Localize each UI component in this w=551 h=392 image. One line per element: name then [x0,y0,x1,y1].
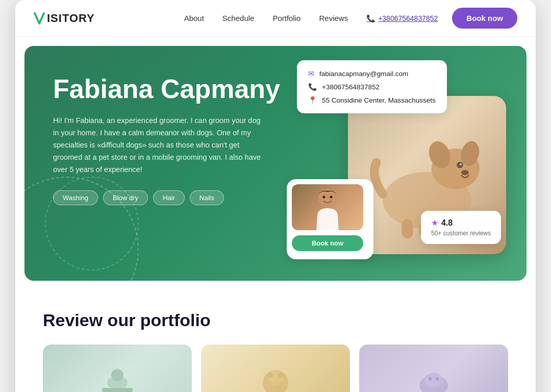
portfolio-grid [43,345,508,392]
groomer-photo [292,184,363,230]
portfolio-title: Review our portfolio [43,310,508,330]
rating-card: ★ 4.8 50+ customer reviews [421,211,501,244]
contact-phone-icon: 📞 [308,83,317,91]
portfolio-section: Review our portfolio [15,290,536,392]
hero-description: Hi! I'm Fabiana, an experienced groomer.… [53,115,267,176]
portfolio-thumb-2[interactable] [201,345,350,392]
contact-email: fabianacapmany@gmail.com [319,70,408,78]
svg-rect-7 [402,219,413,238]
browser-frame: ISITORY About Schedule Portfolio Reviews… [15,0,536,392]
svg-rect-14 [102,388,133,392]
thumb-1-illustration [97,362,138,392]
thumb-2-illustration [255,362,296,392]
hero-left: Fabiana Capmany Hi! I'm Fabiana, an expe… [53,75,298,205]
groomer-card: Book now [287,179,373,259]
nav-reviews[interactable]: Reviews [319,14,348,22]
tag-hair[interactable]: Hair [153,190,185,205]
logo-text: ISITORY [47,12,95,25]
svg-point-18 [268,370,283,385]
nav-phone-number: +38067564837852 [378,14,438,22]
rating-row: ★ 4.8 [431,218,491,228]
phone-icon: 📞 [366,14,375,22]
groomer-photo-person [312,187,343,228]
location-icon: 📍 [308,96,317,104]
thumb-inner-1 [43,345,192,392]
tag-washing[interactable]: Washing [53,190,98,205]
svg-point-12 [323,196,325,199]
rating-reviews: 50+ customer reviews [431,230,491,237]
contact-phone-row: 📞 +38067564837852 [308,83,436,91]
nav-book-button[interactable]: Book now [452,8,517,29]
star-icon: ★ [431,218,438,228]
logo-icon [34,11,45,26]
svg-point-24 [436,377,439,380]
nav-links: About Schedule Portfolio Reviews [184,14,348,23]
thumb-inner-3 [359,345,508,392]
service-tags: Washing Blow dry Hair Nails [53,190,298,205]
svg-point-22 [424,373,443,388]
email-icon: ✉ [308,69,314,78]
portfolio-thumb-1[interactable] [43,345,192,392]
contact-address: 55 Considine Center, Massachussets [322,96,436,104]
svg-point-16 [111,369,123,381]
hero-right: ✉ fabianacapmany@gmail.com 📞 +3806756483… [287,55,506,275]
tag-nails[interactable]: Nails [190,190,224,205]
tag-blowdry[interactable]: Blow dry [103,190,148,205]
contact-address-row: 📍 55 Considine Center, Massachussets [308,96,436,104]
svg-point-13 [330,196,333,199]
groomer-book-button[interactable]: Book now [292,235,363,251]
thumb-3-illustration [413,362,454,392]
thumb-inner-2 [201,345,350,392]
person-silhouette [312,187,343,230]
svg-point-5 [459,163,462,165]
contact-email-row: ✉ fabianacapmany@gmail.com [308,69,436,78]
hero-section: Fabiana Capmany Hi! I'm Fabiana, an expe… [24,46,527,281]
svg-point-6 [461,170,469,175]
nav-schedule[interactable]: Schedule [222,14,255,22]
contact-phone: +38067564837852 [322,83,380,91]
rating-score: 4.8 [441,218,453,228]
logo[interactable]: ISITORY [34,11,95,26]
svg-point-23 [429,377,432,380]
nav-portfolio[interactable]: Portfolio [272,14,300,22]
navbar: ISITORY About Schedule Portfolio Reviews… [15,0,536,37]
hero-name: Fabiana Capmany [53,75,298,104]
nav-phone-link[interactable]: 📞 +38067564837852 [366,14,438,22]
contact-card: ✉ fabianacapmany@gmail.com 📞 +3806756483… [297,60,447,113]
svg-point-19 [268,373,273,378]
nav-about[interactable]: About [184,14,204,22]
portfolio-thumb-3[interactable] [359,345,508,392]
svg-point-20 [278,373,283,378]
